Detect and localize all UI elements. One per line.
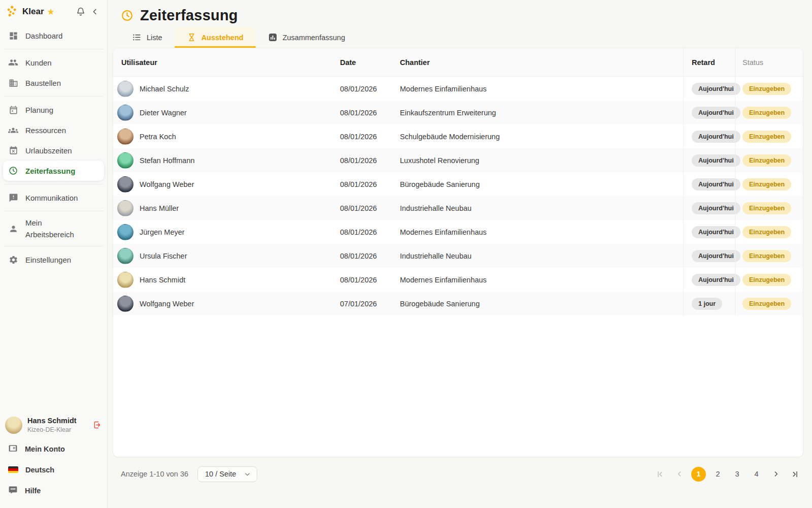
- user-org: Kizeo-DE-Klear: [27, 426, 77, 434]
- user-profile[interactable]: Hans Schmidt Kizeo-DE-Klear: [3, 412, 104, 438]
- building-icon: [8, 78, 18, 88]
- logout-icon[interactable]: [92, 420, 102, 430]
- sidebar-header: Klear ★: [3, 0, 104, 23]
- chantier-cell: Industriehalle Neubau: [400, 204, 683, 212]
- sidebar-collapse-icon[interactable]: [88, 5, 102, 19]
- column-header-status[interactable]: Status: [735, 48, 803, 76]
- pagination-bar: Anzeige 1-10 von 36 10 / Seite 1234: [113, 465, 803, 483]
- page-4-button[interactable]: 4: [749, 467, 764, 482]
- status-badge[interactable]: Einzugeben: [742, 131, 791, 143]
- avatar: [117, 224, 133, 240]
- sidebar-item-ressourcen[interactable]: Ressourcen: [3, 120, 104, 140]
- next-page-button[interactable]: [768, 467, 783, 482]
- column-header-retard[interactable]: Retard: [683, 48, 735, 76]
- tab-zusammenfassung[interactable]: Zusammenfassung: [256, 27, 357, 48]
- footer-item-label: Mein Konto: [25, 445, 65, 453]
- previous-page-button[interactable]: [672, 467, 687, 482]
- date-cell: 08/01/2026: [340, 228, 400, 236]
- sidebar-item-einstellungen[interactable]: Einstellungen: [3, 249, 104, 270]
- sidebar-item-urlaubszeiten[interactable]: Urlaubszeiten: [3, 140, 104, 161]
- notifications-bell-icon[interactable]: [74, 5, 88, 19]
- retard-badge: Aujourd'hui: [692, 226, 740, 238]
- user-name: Hans Schmidt: [140, 276, 185, 284]
- table-row[interactable]: Michael Schulz08/01/2026Modernes Einfami…: [113, 77, 803, 101]
- chantier-cell: Einkaufszentrum Erweiterung: [400, 109, 683, 117]
- table-row[interactable]: Petra Koch08/01/2026Schulgebäude Moderni…: [113, 124, 803, 148]
- sidebar-item-label: Dashboard: [25, 31, 62, 40]
- user-name: Dieter Wagner: [140, 109, 187, 117]
- date-cell: 07/01/2026: [340, 300, 400, 308]
- chat-alert-icon: [8, 193, 18, 203]
- column-header-chantier[interactable]: Chantier: [400, 58, 683, 67]
- user-name: Petra Koch: [140, 133, 176, 141]
- table-row[interactable]: Hans Schmidt08/01/2026Modernes Einfamili…: [113, 268, 803, 292]
- last-page-button[interactable]: [788, 467, 802, 482]
- status-badge[interactable]: Einzugeben: [742, 250, 791, 262]
- calendar-icon: [8, 105, 18, 115]
- table-row[interactable]: Jürgen Meyer08/01/2026Modernes Einfamili…: [113, 220, 803, 244]
- sidebar-item-baustellen[interactable]: Baustellen: [3, 73, 104, 93]
- column-header-utilisateur[interactable]: Utilisateur: [113, 58, 340, 67]
- tabs: Liste Ausstehend Zusammenfassung: [113, 27, 803, 48]
- page-size-value: 10 / Seite: [205, 470, 236, 478]
- status-badge[interactable]: Einzugeben: [742, 298, 791, 310]
- page-3-button[interactable]: 3: [730, 467, 745, 482]
- date-cell: 08/01/2026: [340, 85, 400, 93]
- page-2-button[interactable]: 2: [710, 467, 725, 482]
- retard-badge: Aujourd'hui: [692, 178, 740, 190]
- table-row[interactable]: Hans Müller08/01/2026Industriehalle Neub…: [113, 196, 803, 220]
- table-row[interactable]: Dieter Wagner08/01/2026Einkaufszentrum E…: [113, 101, 803, 124]
- table-row[interactable]: Stefan Hoffmann08/01/2026Luxushotel Reno…: [113, 148, 803, 172]
- tab-liste[interactable]: Liste: [120, 27, 175, 48]
- sidebar-item-dashboard[interactable]: Dashboard: [3, 25, 104, 46]
- hourglass-icon: [187, 33, 196, 42]
- sidebar-item-zeiterfassung[interactable]: Zeiterfassung: [3, 161, 104, 181]
- app-root: Klear ★ Dashboard Kunden Baustellen: [0, 0, 812, 508]
- table-row[interactable]: Wolfgang Weber07/01/2026Bürogebäude Sani…: [113, 292, 803, 315]
- page-size-select[interactable]: 10 / Seite: [197, 466, 257, 482]
- page-header: Zeiterfassung: [113, 0, 803, 27]
- sidebar-item-kunden[interactable]: Kunden: [3, 52, 104, 73]
- table-body: Michael Schulz08/01/2026Modernes Einfami…: [113, 77, 803, 315]
- sidebar-item-planung[interactable]: Planung: [3, 100, 104, 120]
- dashboard-icon: [8, 30, 18, 41]
- sidebar-item-label: Ressourcen: [25, 126, 66, 135]
- chantier-cell: Industriehalle Neubau: [400, 252, 683, 260]
- avatar: [117, 81, 133, 97]
- status-badge[interactable]: Einzugeben: [742, 178, 791, 190]
- avatar: [117, 200, 133, 216]
- retard-badge: Aujourd'hui: [692, 107, 740, 119]
- status-badge[interactable]: Einzugeben: [742, 226, 791, 238]
- date-cell: 08/01/2026: [340, 252, 400, 260]
- sidebar-item-label: Mein Arbeitsbereich: [25, 217, 81, 241]
- sidebar-nav: Dashboard Kunden Baustellen Planung Ress…: [3, 25, 104, 270]
- chantier-cell: Modernes Einfamilienhaus: [400, 276, 683, 284]
- status-badge[interactable]: Einzugeben: [742, 107, 791, 119]
- sidebar-item-label: Kunden: [25, 58, 52, 67]
- avatar: [117, 129, 133, 145]
- status-badge[interactable]: Einzugeben: [742, 202, 791, 214]
- sidebar-item-mein-konto[interactable]: Mein Konto: [3, 438, 104, 459]
- sidebar-item-mein-arbeitsbereich[interactable]: Mein Arbeitsbereich: [3, 214, 104, 243]
- table-row[interactable]: Ursula Fischer08/01/2026Industriehalle N…: [113, 244, 803, 268]
- tab-ausstehend[interactable]: Ausstehend: [175, 27, 256, 48]
- german-flag-icon: [8, 466, 18, 473]
- status-badge[interactable]: Einzugeben: [742, 83, 791, 95]
- sidebar-item-label: Zeiterfassung: [25, 167, 75, 175]
- page-1-button[interactable]: 1: [691, 467, 706, 482]
- retard-badge: Aujourd'hui: [692, 83, 740, 95]
- sidebar-item-kommunikation[interactable]: Kommunikation: [3, 187, 104, 208]
- first-page-button[interactable]: [653, 467, 667, 482]
- status-badge[interactable]: Einzugeben: [742, 154, 791, 167]
- column-header-date[interactable]: Date: [340, 58, 400, 67]
- star-icon: ★: [47, 7, 55, 17]
- retard-badge: 1 jour: [692, 298, 722, 310]
- sidebar-item-label: Baustellen: [25, 79, 61, 87]
- status-badge[interactable]: Einzugeben: [742, 274, 791, 286]
- tab-label: Zusammenfassung: [283, 34, 345, 42]
- sidebar-item-sprache[interactable]: Deutsch: [3, 459, 104, 480]
- sidebar-item-hilfe[interactable]: Hilfe: [3, 480, 104, 501]
- user-name: Michael Schulz: [140, 85, 189, 93]
- divider: [4, 246, 103, 246]
- table-row[interactable]: Wolfgang Weber08/01/2026Bürogebäude Sani…: [113, 172, 803, 196]
